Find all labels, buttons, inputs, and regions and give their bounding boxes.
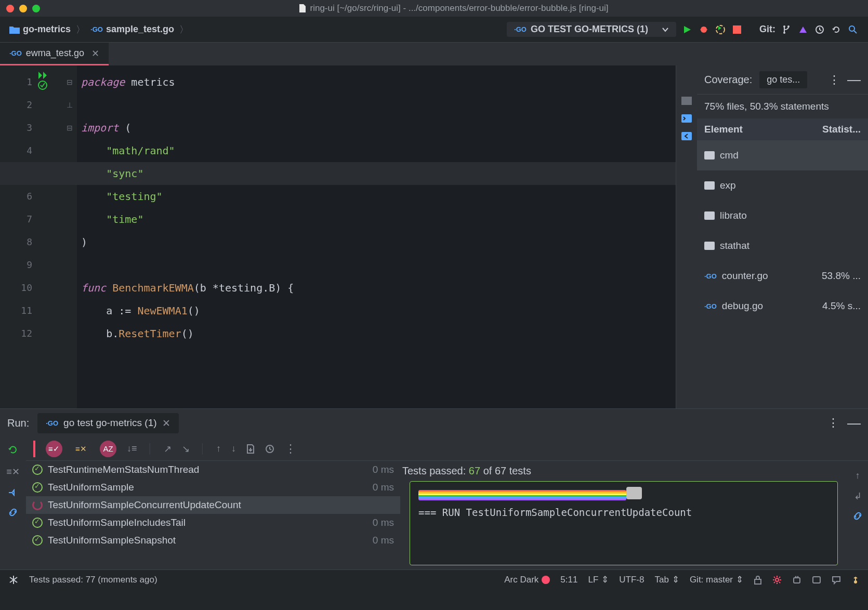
svg-point-5 — [787, 25, 790, 28]
toggle-icon[interactable] — [8, 489, 18, 496]
test-pass-icon — [32, 535, 43, 546]
test-row[interactable]: TestUniformSampleConcurrentUpdateCount — [26, 496, 400, 514]
inspections-icon[interactable] — [8, 575, 19, 585]
svg-point-16 — [795, 576, 797, 577]
git-label: Git: — [759, 24, 775, 35]
test-row[interactable]: TestRuntimeMemStatsNumThread0 ms — [26, 461, 400, 479]
collapse-icon[interactable]: ↘ — [182, 443, 190, 455]
run-tool-window: Run: ·GO go test go-metrics (1) ✕ ⋮ — ≡✕… — [0, 408, 868, 569]
run-button[interactable] — [681, 24, 693, 35]
encoding[interactable]: UTF-8 — [619, 575, 644, 585]
show-ignored-icon[interactable]: ≡✕ — [73, 441, 89, 457]
test-row[interactable]: TestUniformSample0 ms — [26, 479, 400, 496]
memory-icon[interactable] — [792, 575, 801, 585]
next-test-icon[interactable]: ↓ — [231, 443, 236, 454]
run-tab[interactable]: ·GO go test go-metrics (1) ✕ — [37, 413, 178, 433]
breadcrumb-file[interactable]: ·GO sample_test.go — [90, 24, 174, 35]
more-icon[interactable]: ⋮ — [285, 442, 296, 456]
svg-rect-2 — [733, 25, 741, 34]
zoom-window[interactable] — [32, 5, 40, 12]
indent-selector[interactable]: Tab ⇕ — [654, 574, 679, 585]
sort-by-duration-icon[interactable]: ↓≡ — [127, 443, 137, 454]
theme-selector[interactable]: Arc Dark — [504, 575, 550, 585]
lock-icon[interactable] — [754, 575, 762, 585]
link-icon[interactable] — [8, 508, 18, 517]
svg-point-14 — [775, 578, 779, 581]
tab-ewma-test[interactable]: ·GO ewma_test.go ✕ — [0, 43, 109, 65]
folder-icon — [704, 211, 715, 220]
more-icon[interactable]: ⋮ — [827, 416, 839, 430]
code-editor[interactable]: 123 456 789 101112 ⊟ ⊥ ⊟ package metrics… — [0, 65, 676, 408]
debug-button[interactable] — [698, 24, 709, 35]
search-button[interactable] — [847, 24, 859, 35]
svg-rect-10 — [681, 114, 692, 123]
coverage-row[interactable]: librato — [697, 201, 868, 231]
ide-status-icon[interactable] — [851, 576, 860, 584]
coverage-row[interactable]: ·GOdebug.go4.5% s... — [697, 291, 868, 321]
git-branch-button[interactable] — [781, 24, 792, 35]
minimize-icon[interactable]: — — [847, 72, 861, 88]
test-toolbar: ≡✓ ≡✕ AZ ↓≡ │ ↗ ↘ │ ↑ ↓ ⋮ — [26, 437, 868, 461]
close-icon[interactable]: ✕ — [162, 417, 170, 429]
stop-button[interactable] — [731, 24, 743, 35]
coverage-row[interactable]: exp — [697, 170, 868, 201]
minimize-icon[interactable]: — — [847, 415, 861, 431]
show-passed-icon[interactable]: ≡✓ — [46, 441, 62, 457]
run-side-tools: ≡✕ — [0, 437, 26, 569]
close-tab-icon[interactable]: ✕ — [91, 48, 99, 59]
fold-toggle[interactable]: ⊟ — [62, 71, 77, 94]
chevron-down-icon — [662, 26, 669, 33]
caret-position[interactable]: 5:11 — [560, 575, 577, 585]
history-icon[interactable] — [265, 444, 274, 454]
breadcrumb-folder[interactable]: go-metrics — [9, 24, 71, 35]
test-pass-icon — [32, 482, 43, 493]
more-icon[interactable]: ⋮ — [828, 73, 840, 87]
expand-icon[interactable]: ↗ — [164, 443, 172, 455]
minimize-window[interactable] — [19, 5, 27, 12]
coverage-title: Coverage: — [704, 74, 752, 86]
test-row[interactable]: TestUniformSampleIncludesTail0 ms — [26, 514, 400, 532]
settings-icon[interactable] — [772, 575, 782, 585]
console-icon[interactable] — [681, 114, 692, 123]
feedback-icon[interactable] — [832, 575, 841, 585]
line-separator[interactable]: LF ⇕ — [588, 574, 609, 585]
navigation-bar: go-metrics 〉 ·GO sample_test.go 〉 ·GO GO… — [0, 17, 868, 43]
flat-view-icon[interactable] — [681, 97, 692, 105]
coverage-button[interactable] — [715, 24, 726, 35]
git-branch-status[interactable]: Git: master ⇕ — [690, 574, 743, 585]
fold-toggle[interactable]: ⊟ — [62, 116, 77, 139]
soft-wrap-icon[interactable]: ↲ — [854, 490, 862, 502]
link-icon[interactable] — [853, 511, 862, 521]
run-configuration-selector[interactable]: ·GO GO TEST GO-METRICS (1) — [507, 22, 676, 37]
test-row[interactable]: TestUniformSampleSnapshot0 ms — [26, 532, 400, 549]
processes-icon[interactable] — [812, 575, 821, 585]
code-content[interactable]: package metrics import ( "math/rand" "sy… — [77, 65, 676, 408]
sort-icon[interactable]: AZ — [100, 441, 116, 457]
folder-icon — [9, 25, 20, 34]
run-test-gutter-icon[interactable] — [37, 80, 62, 90]
coverage-table-header: Element Statist... — [697, 118, 868, 140]
test-output[interactable]: === RUN TestUniformSampleConcurrentUpdat… — [410, 481, 838, 565]
go-icon: ·GO — [46, 419, 58, 427]
filter-icon[interactable]: ≡✕ — [6, 466, 20, 478]
rerun-icon[interactable] — [8, 444, 18, 455]
file-icon — [299, 4, 306, 13]
test-list[interactable]: TestRuntimeMemStatsNumThread0 msTestUnif… — [26, 461, 400, 569]
fold-end-icon: ⊥ — [62, 94, 77, 116]
git-commit-button[interactable] — [797, 24, 809, 35]
back-icon[interactable] — [681, 132, 692, 140]
run-all-gutter-icon[interactable] — [37, 71, 62, 80]
coverage-row[interactable]: stathat — [697, 231, 868, 261]
prev-test-icon[interactable]: ↑ — [216, 443, 221, 454]
scroll-top-icon[interactable]: ↑ — [856, 470, 860, 481]
git-rollback-button[interactable] — [831, 24, 842, 35]
fold-gutter: ⊟ ⊥ ⊟ — [62, 65, 77, 408]
coverage-selector[interactable]: go tes... — [759, 71, 807, 88]
status-tests-passed: Tests passed: 77 (moments ago) — [29, 575, 157, 585]
git-history-button[interactable] — [814, 24, 825, 35]
coverage-row[interactable]: cmd — [697, 140, 868, 170]
editor-tabs: ·GO ewma_test.go ✕ — [0, 43, 868, 65]
coverage-row[interactable]: ·GOcounter.go53.8% ... — [697, 261, 868, 291]
close-window[interactable] — [6, 5, 14, 12]
export-icon[interactable] — [246, 444, 255, 454]
